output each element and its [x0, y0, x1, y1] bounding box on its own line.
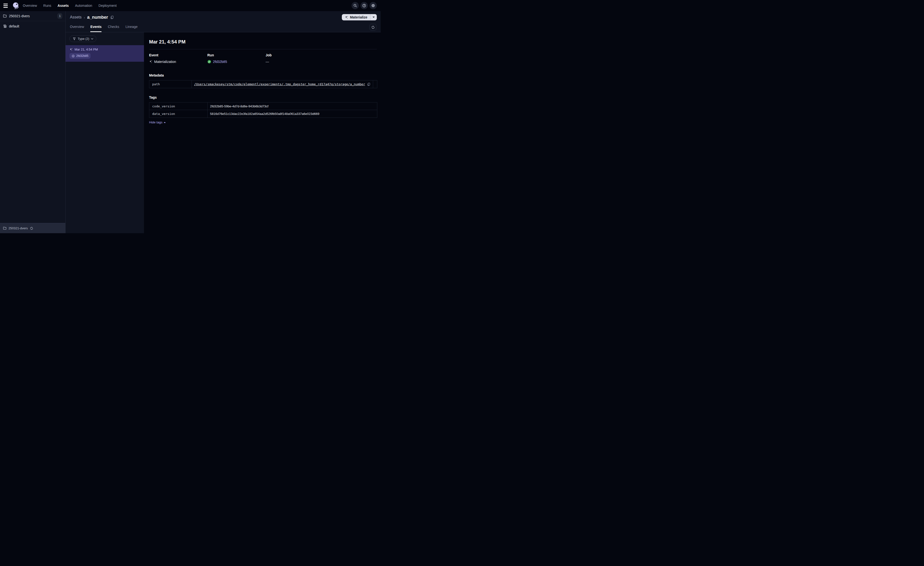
materialize-sparkle-icon — [345, 15, 348, 19]
code-location-label: 250321-dvers — [9, 14, 30, 18]
materialize-label: Materialize — [350, 15, 368, 19]
reload-location-icon[interactable] — [30, 227, 33, 230]
group-label: default — [9, 24, 19, 28]
materialize-button[interactable]: Materialize — [342, 14, 377, 20]
nav-item-assets[interactable]: Assets — [57, 4, 69, 8]
breadcrumb: Assets › a_number Materialize — [66, 11, 381, 23]
materialization-sparkle-icon — [149, 60, 153, 63]
filter-icon — [73, 37, 76, 41]
chevron-down-icon — [91, 38, 93, 39]
metadata-section: Metadata path /Users/smackesey/stm/code/… — [149, 73, 377, 88]
run-column: Run 2fd32b85 — [207, 53, 266, 64]
hamburger-menu-icon[interactable] — [3, 2, 10, 9]
tag-key: code_version — [149, 102, 208, 110]
hide-tags-link[interactable]: Hide tags — [149, 120, 166, 124]
event-detail-title: Mar 21, 4:54 PM — [149, 39, 377, 45]
metadata-table: path /Users/smackesey/stm/code/elementl/… — [149, 80, 377, 88]
run-status-icon — [72, 54, 75, 57]
breadcrumb-separator-icon: › — [84, 15, 85, 20]
tag-value: 2fd32b85-59be-4d7d-8d6e-943b6b3d73cf — [210, 104, 268, 108]
help-icon — [362, 4, 366, 8]
search-button[interactable] — [351, 2, 359, 9]
event-timestamp: Mar 21, 4:54 PM — [75, 48, 98, 51]
asset-header: Assets › a_number Materialize — [66, 11, 381, 32]
event-type-value: Materialization — [154, 60, 176, 64]
asset-tabs: Overview Events Checks Lineage — [66, 23, 381, 32]
events-list-pane: Type (2) Mar 21, 4:54 PM — [66, 32, 144, 233]
sidebar-spacer — [0, 31, 65, 223]
table-row: path /Users/smackesey/stm/code/elementl/… — [149, 80, 377, 88]
footer-code-location-label: 250321-dvers — [9, 226, 28, 230]
help-button[interactable] — [360, 2, 368, 9]
event-list-item[interactable]: Mar 21, 4:54 PM 2fd32b85 — [66, 45, 144, 62]
tags-heading: Tags — [149, 95, 377, 99]
sidebar-item-code-location[interactable]: 250321-dvers 1 — [0, 11, 65, 21]
event-detail-pane: Mar 21, 4:54 PM Event Materialization — [144, 32, 381, 233]
metadata-heading: Metadata — [149, 73, 377, 77]
tab-events[interactable]: Events — [90, 23, 102, 32]
tags-section: Tags code_version 2fd32b85-59be-4d7d-8d6… — [149, 95, 377, 124]
event-column: Event Materialization — [149, 53, 207, 64]
run-id-label: 2fd32b85 — [76, 54, 88, 57]
nav-item-overview[interactable]: Overview — [23, 4, 37, 8]
chevron-up-icon — [164, 122, 166, 123]
materialization-sparkle-icon — [69, 48, 73, 51]
asset-name: a_number — [87, 15, 108, 20]
run-id-link[interactable]: 2fd32b85 — [213, 60, 227, 64]
hide-tags-label: Hide tags — [149, 120, 162, 124]
asset-count-badge: 1 — [57, 13, 62, 19]
run-column-label: Run — [207, 53, 266, 57]
table-row: data_version 5816d76e51c13dac22e3fa182a6… — [149, 110, 377, 117]
asset-catalog-sidebar: 250321-dvers 1 def — [0, 11, 66, 233]
filter-label: Type (2) — [78, 37, 89, 41]
breadcrumb-assets-link[interactable]: Assets — [70, 15, 82, 20]
event-type-filter-button[interactable]: Type (2) — [69, 35, 96, 42]
refresh-events-button[interactable] — [369, 24, 376, 31]
search-icon — [353, 4, 357, 8]
tag-key: data_version — [149, 110, 208, 117]
job-column-label: Job — [266, 53, 324, 57]
metadata-key: path — [149, 80, 192, 88]
run-success-icon — [207, 60, 211, 64]
nav-item-runs[interactable]: Runs — [43, 4, 51, 8]
settings-button[interactable] — [369, 2, 377, 9]
folder-icon — [3, 226, 6, 230]
sidebar-footer[interactable]: 250321-dvers — [0, 223, 65, 233]
event-column-label: Event — [149, 53, 207, 57]
sidebar-item-group-default[interactable]: default — [0, 21, 65, 31]
copy-asset-name-button[interactable] — [110, 15, 114, 19]
tabs-divider — [66, 32, 381, 32]
dagster-app: Overview Runs Assets Automation Deployme… — [0, 0, 381, 233]
tags-table: code_version 2fd32b85-59be-4d7d-8d6e-943… — [149, 102, 377, 118]
caret-down-icon — [372, 17, 375, 18]
copy-path-button[interactable] — [367, 83, 370, 86]
nav-item-deployment[interactable]: Deployment — [99, 4, 117, 8]
materialize-dropdown-button[interactable] — [370, 14, 377, 20]
tab-overview[interactable]: Overview — [70, 23, 84, 32]
topnav-actions — [351, 2, 378, 9]
primary-nav: Overview Runs Assets Automation Deployme… — [23, 4, 117, 8]
table-row: code_version 2fd32b85-59be-4d7d-8d6e-943… — [149, 102, 377, 110]
tab-checks[interactable]: Checks — [108, 23, 119, 32]
job-column: Job — — [266, 53, 324, 64]
materialize-button-main[interactable]: Materialize — [342, 14, 370, 20]
run-id-pill[interactable]: 2fd32b85 — [69, 53, 90, 59]
gear-icon — [371, 4, 375, 8]
job-value: — — [266, 60, 269, 64]
tag-value: 5816d76e51c13dac22e3fa182a654aa2d526fb50… — [210, 112, 319, 116]
dagster-logo-icon[interactable] — [12, 2, 20, 9]
nav-item-automation[interactable]: Automation — [75, 4, 92, 8]
asset-group-icon — [3, 24, 7, 28]
tab-lineage[interactable]: Lineage — [126, 23, 138, 32]
metadata-path-link[interactable]: /Users/smackesey/stm/code/elementl/exper… — [194, 82, 365, 86]
top-nav: Overview Runs Assets Automation Deployme… — [0, 0, 381, 11]
folder-icon — [3, 14, 7, 18]
metadata-actions-cell — [373, 80, 377, 88]
